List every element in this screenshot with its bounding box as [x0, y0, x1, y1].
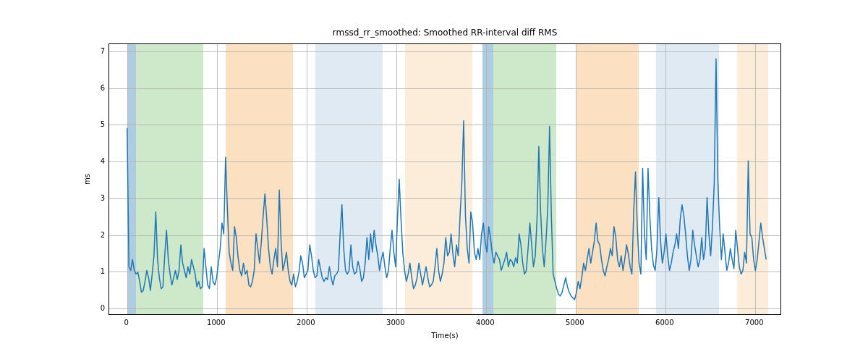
- x-tick-label: 7000: [745, 319, 763, 327]
- x-tick-label: 0: [124, 319, 129, 327]
- y-tick-label: 0: [90, 303, 105, 311]
- x-tick-label: 4000: [476, 319, 494, 327]
- x-tick-label: 2000: [297, 319, 315, 327]
- y-tick-label: 4: [90, 157, 105, 165]
- plot-area: [109, 43, 781, 315]
- y-tick-label: 2: [90, 230, 105, 238]
- x-tick-label: 1000: [207, 319, 225, 327]
- y-tick-label: 7: [90, 47, 105, 55]
- x-tick-label: 5000: [566, 319, 584, 327]
- x-tick-label: 6000: [655, 319, 673, 327]
- y-tick-label: 3: [90, 193, 105, 201]
- chart-title: rmssd_rr_smoothed: Smoothed RR-interval …: [109, 28, 781, 38]
- y-tick-label: 6: [90, 83, 105, 91]
- line-svg: [109, 44, 780, 314]
- x-tick-label: 3000: [386, 319, 404, 327]
- data-line: [127, 59, 766, 300]
- figure: rmssd_rr_smoothed: Smoothed RR-interval …: [0, 0, 868, 362]
- y-tick-label: 1: [90, 267, 105, 275]
- x-axis-label: Time(s): [109, 332, 781, 340]
- y-tick-label: 5: [90, 120, 105, 128]
